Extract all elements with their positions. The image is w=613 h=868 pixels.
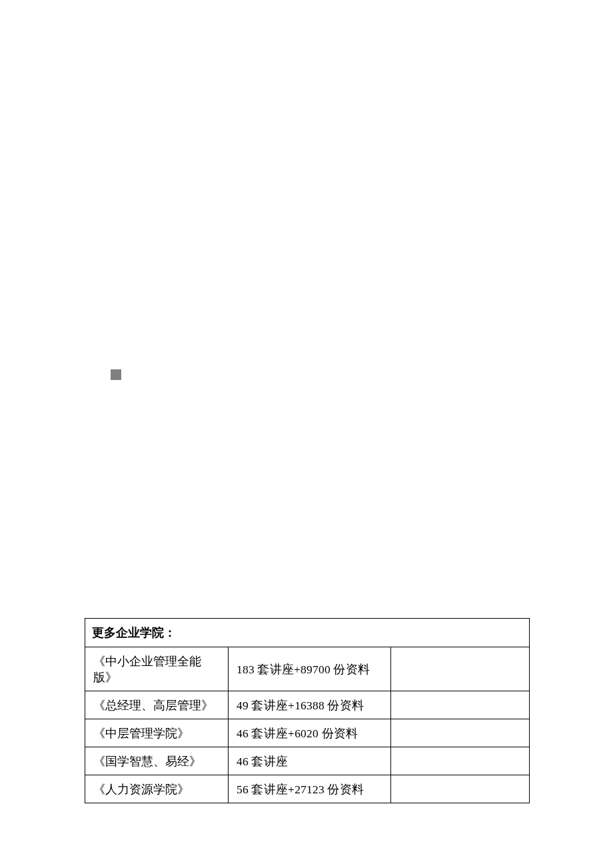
course-blank [391,647,530,691]
course-name: 《中层管理学院》 [85,719,229,747]
course-blank [391,691,530,719]
course-name: 《总经理、高层管理》 [85,691,229,719]
table-header: 更多企业学院： [85,619,530,647]
course-blank [391,775,530,803]
course-table: 更多企业学院： 《中小企业管理全能版》 183 套讲座+89700 份资料 《总… [85,618,530,803]
course-desc: 183 套讲座+89700 份资料 [229,647,391,691]
table-row: 《人力资源学院》 56 套讲座+27123 份资料 [85,775,530,803]
course-desc: 46 套讲座+6020 份资料 [229,719,391,747]
course-desc: 46 套讲座 [229,747,391,775]
table-row: 《总经理、高层管理》 49 套讲座+16388 份资料 [85,691,530,719]
course-desc: 49 套讲座+16388 份资料 [229,691,391,719]
square-bullet-icon [111,369,121,380]
course-name: 《人力资源学院》 [85,775,229,803]
course-desc: 56 套讲座+27123 份资料 [229,775,391,803]
table-row: 《国学智慧、易经》 46 套讲座 [85,747,530,775]
course-blank [391,719,530,747]
course-name: 《中小企业管理全能版》 [85,647,229,691]
table-row: 《中层管理学院》 46 套讲座+6020 份资料 [85,719,530,747]
course-blank [391,747,530,775]
table-row: 《中小企业管理全能版》 183 套讲座+89700 份资料 [85,647,530,691]
course-name: 《国学智慧、易经》 [85,747,229,775]
table-header-row: 更多企业学院： [85,619,530,647]
